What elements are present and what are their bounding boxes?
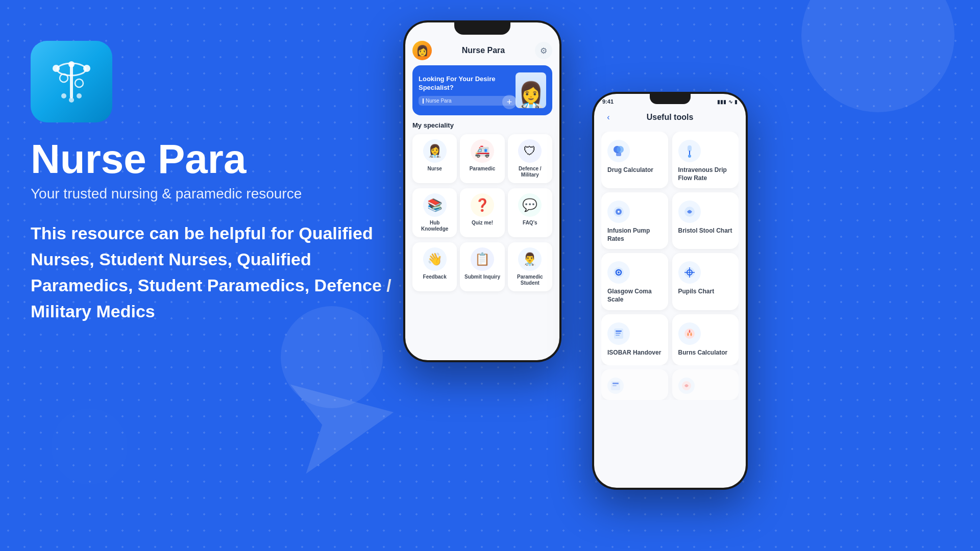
banner-nurse-image: 👩‍⚕️ — [516, 72, 546, 108]
phone-notch-main — [454, 22, 510, 35]
speciality-grid-2: 📚 Hub Knowledge ❓ Quiz me! 💬 FAQ's — [412, 188, 552, 237]
svg-point-8 — [77, 93, 82, 98]
isobar-icon — [607, 322, 630, 345]
tools-header: ‹ Useful tools — [601, 110, 739, 124]
inquiry-icon: 📋 — [471, 247, 494, 271]
status-icons: ▮▮▮ ∿ ▮ — [717, 99, 738, 105]
grid-item-inquiry[interactable]: 📋 Submit Inquiry — [460, 242, 504, 291]
svg-point-6 — [68, 61, 75, 67]
grid-item-paramedic[interactable]: 🚑 Paramedic — [460, 134, 504, 183]
glasgow-icon — [607, 261, 630, 284]
defence-icon: 🛡 — [518, 139, 542, 163]
speciality-grid-3: 👋 Feedback 📋 Submit Inquiry 👨‍⚕️ Paramed… — [412, 242, 552, 291]
screen-header: 👩 Nurse Para ⚙ — [412, 38, 552, 60]
svg-point-9 — [69, 97, 74, 103]
tool-drug-calculator[interactable]: Drug Calculator — [601, 132, 668, 188]
tools-grid: Drug Calculator Intravenous Drip Flow Ra… — [601, 132, 739, 365]
svg-rect-33 — [612, 383, 619, 384]
glasgow-label: Glasgow Coma Scale — [607, 288, 662, 304]
pupils-label: Pupils Chart — [678, 288, 715, 296]
isobar-label: ISOBAR Handover — [607, 349, 661, 357]
banner-heading: Looking For Your Desire Specialist? — [419, 75, 516, 92]
app-subtitle: Your trusted nursing & paramedic resourc… — [31, 186, 398, 202]
tool-extra-2[interactable] — [672, 369, 739, 400]
settings-button[interactable]: ⚙ — [535, 42, 552, 59]
user-avatar: 👩 — [412, 41, 432, 60]
svg-rect-28 — [616, 331, 622, 332]
deco-circle-3 — [51, 408, 128, 485]
back-button[interactable]: ‹ — [601, 110, 616, 124]
paramedic-student-icon: 👨‍⚕️ — [518, 247, 542, 271]
pupils-icon — [678, 261, 701, 284]
banner-plus-button[interactable]: + — [502, 95, 517, 109]
signal-icon: ▮▮▮ — [717, 99, 726, 105]
stool-chart-label: Bristol Stool Chart — [678, 227, 732, 235]
phone-main-screen: 👩 Nurse Para ⚙ Looking For Your Desire S… — [405, 22, 559, 360]
feedback-icon: 👋 — [423, 247, 447, 271]
svg-point-5 — [83, 65, 90, 72]
grid-item-paramedic-student[interactable]: 👨‍⚕️ Paramedic Student — [508, 242, 552, 291]
deco-circle-1 — [801, 0, 954, 112]
svg-point-18 — [618, 211, 620, 213]
banner-text: Looking For Your Desire Specialist? Nurs… — [419, 75, 516, 106]
deco-arrow: ➤ — [267, 324, 414, 509]
banner-placeholder: Nurse Para — [426, 98, 452, 104]
faq-label: FAQ's — [523, 220, 537, 226]
iv-drip-icon — [678, 140, 701, 162]
app-title: Nurse Para — [31, 139, 398, 180]
svg-point-4 — [53, 65, 60, 72]
nurse-label: Nurse — [427, 166, 442, 172]
phone-screen-content: 👩 Nurse Para ⚙ Looking For Your Desire S… — [405, 22, 559, 360]
tool-stool-chart[interactable]: Bristol Stool Chart — [672, 192, 739, 249]
svg-point-3 — [75, 79, 83, 87]
svg-rect-34 — [612, 385, 617, 386]
tools-screen-content: ‹ Useful tools Drug Calculator — [594, 94, 746, 488]
tools-grid-extra — [601, 369, 739, 400]
wifi-icon: ∿ — [728, 99, 732, 105]
phone-main: 👩 Nurse Para ⚙ Looking For Your Desire S… — [403, 20, 561, 362]
svg-point-22 — [618, 271, 620, 273]
grid-item-defence[interactable]: 🛡 Defence / Military — [508, 134, 552, 183]
paramedic-label: Paramedic — [470, 166, 496, 172]
grid-item-feedback[interactable]: 👋 Feedback — [412, 242, 457, 291]
left-panel: Nurse Para Your trusted nursing & parame… — [31, 41, 398, 324]
tool-pupils[interactable]: Pupils Chart — [672, 253, 739, 310]
screen-title: Nurse Para — [462, 46, 505, 55]
app-icon — [31, 41, 112, 122]
tool-glasgow[interactable]: Glasgow Coma Scale — [601, 253, 668, 310]
status-time: 9:41 — [602, 98, 614, 105]
burns-icon — [678, 322, 701, 345]
phone-notch-secondary — [650, 94, 691, 104]
grid-item-nurse[interactable]: 👩‍⚕️ Nurse — [412, 134, 457, 183]
phone-secondary: 9:41 ▮▮▮ ∿ ▮ ‹ Useful tools — [592, 92, 748, 490]
drug-calculator-label: Drug Calculator — [607, 166, 653, 174]
caduceus-icon — [46, 55, 97, 106]
tool-iv-drip[interactable]: Intravenous Drip Flow Rate — [672, 132, 739, 188]
nurse-icon: 👩‍⚕️ — [423, 139, 447, 163]
faq-icon: 💬 — [518, 193, 542, 217]
speciality-grid-1: 👩‍⚕️ Nurse 🚑 Paramedic 🛡 Defence / Milit… — [412, 134, 552, 183]
grid-item-quiz[interactable]: ❓ Quiz me! — [460, 188, 504, 237]
svg-rect-29 — [616, 333, 621, 334]
specialist-banner[interactable]: Looking For Your Desire Specialist? Nurs… — [412, 65, 552, 115]
extra-tool-1-icon — [607, 378, 624, 394]
tool-burns[interactable]: Burns Calculator — [672, 314, 739, 365]
grid-item-faq[interactable]: 💬 FAQ's — [508, 188, 552, 237]
svg-rect-12 — [616, 153, 621, 156]
tool-extra-1[interactable] — [601, 369, 668, 400]
svg-rect-0 — [70, 63, 73, 98]
svg-point-15 — [688, 155, 691, 158]
svg-point-7 — [61, 93, 66, 98]
knowledge-label: Hub Knowledge — [415, 220, 454, 232]
tool-infusion-pump[interactable]: Infusion Pump Rates — [601, 192, 668, 249]
stool-chart-icon — [678, 201, 701, 223]
tool-isobar[interactable]: ISOBAR Handover — [601, 314, 668, 365]
grid-item-knowledge[interactable]: 📚 Hub Knowledge — [412, 188, 457, 237]
tools-title: Useful tools — [616, 113, 739, 122]
infusion-pump-icon — [607, 201, 630, 223]
banner-input[interactable]: Nurse Para — [419, 96, 516, 106]
feedback-label: Feedback — [423, 274, 447, 280]
drug-calculator-icon — [607, 140, 630, 162]
knowledge-icon: 📚 — [423, 193, 447, 217]
defence-label: Defence / Military — [511, 166, 549, 178]
